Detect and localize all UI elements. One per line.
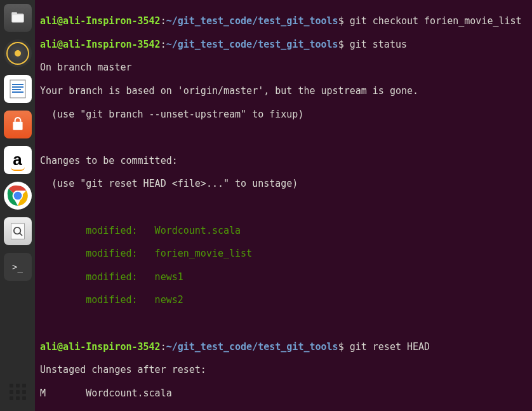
- prompt-sep: :: [161, 15, 166, 27]
- svg-rect-6: [12, 89, 21, 90]
- chrome-logo-icon: [6, 184, 30, 208]
- magnifier-icon: [9, 222, 27, 240]
- command-text: git reset HEAD: [350, 341, 430, 353]
- svg-rect-5: [12, 86, 23, 88]
- apps-grid-icon: [10, 384, 26, 400]
- svg-rect-1: [11, 12, 17, 15]
- output-line: Your branch is based on 'origin/master',…: [40, 85, 527, 97]
- staged-modified: modified: news1: [40, 271, 527, 283]
- prompt-user: ali@ali-Inspiron-3542: [40, 341, 161, 353]
- rhythmbox-icon[interactable]: [4, 39, 32, 67]
- staged-modified: modified: forien_movie_list: [40, 248, 527, 259]
- output-line: Unstaged changes after reset:: [40, 364, 527, 375]
- document-icon: [8, 79, 28, 99]
- terminal-prompt-icon: >_: [10, 260, 25, 273]
- prompt-dollar: $: [338, 15, 344, 27]
- files-icon[interactable]: [4, 4, 32, 32]
- prompt-path: ~/git_test_code/test_git_tools: [166, 341, 338, 353]
- output-line: M Wordcount.scala: [40, 387, 527, 399]
- amazon-letter: a: [13, 150, 22, 170]
- output-line: (use "git branch --unset-upstream" to fi…: [40, 109, 527, 120]
- prompt-dollar: $: [338, 39, 344, 50]
- output-line: On branch master: [40, 62, 527, 73]
- svg-rect-7: [12, 91, 23, 93]
- command-text: git status: [350, 39, 407, 50]
- staged-modified: modified: Wordcount.scala: [40, 225, 527, 236]
- prompt-path: ~/git_test_code/test_git_tools: [166, 15, 338, 27]
- svg-rect-12: [11, 224, 24, 239]
- prompt-sep: :: [161, 39, 166, 50]
- command-text: git checkout forien_movie_list: [350, 15, 522, 27]
- prompt-user: ali@ali-Inspiron-3542: [40, 39, 161, 50]
- document-viewer-icon[interactable]: [4, 217, 32, 245]
- svg-rect-4: [12, 84, 23, 85]
- output-line: Changes to be committed:: [40, 155, 527, 166]
- shopping-bag-icon: [10, 116, 26, 133]
- prompt-dollar: $: [338, 341, 344, 353]
- speaker-icon: [6, 42, 29, 65]
- amazon-icon[interactable]: a: [4, 146, 32, 174]
- prompt-sep: :: [161, 341, 166, 353]
- chrome-icon[interactable]: [4, 182, 32, 210]
- prompt-user: ali@ali-Inspiron-3542: [40, 15, 161, 27]
- show-applications-icon[interactable]: [4, 378, 32, 406]
- launcher-sidebar: a >_: [0, 0, 35, 411]
- svg-rect-8: [13, 122, 22, 130]
- amazon-smile-icon: [11, 167, 25, 171]
- svg-rect-2: [12, 15, 23, 22]
- prompt-path: ~/git_test_code/test_git_tools: [166, 39, 338, 50]
- ubuntu-software-icon[interactable]: [4, 111, 32, 138]
- terminal-window[interactable]: ali@ali-Inspiron-3542:~/git_test_code/te…: [35, 0, 532, 411]
- folder-icon: [10, 10, 26, 26]
- terminal-launcher-icon[interactable]: >_: [4, 253, 32, 281]
- staged-modified: modified: news2: [40, 294, 527, 306]
- output-line: (use "git reset HEAD <file>..." to unsta…: [40, 178, 527, 189]
- libreoffice-writer-icon[interactable]: [4, 75, 32, 103]
